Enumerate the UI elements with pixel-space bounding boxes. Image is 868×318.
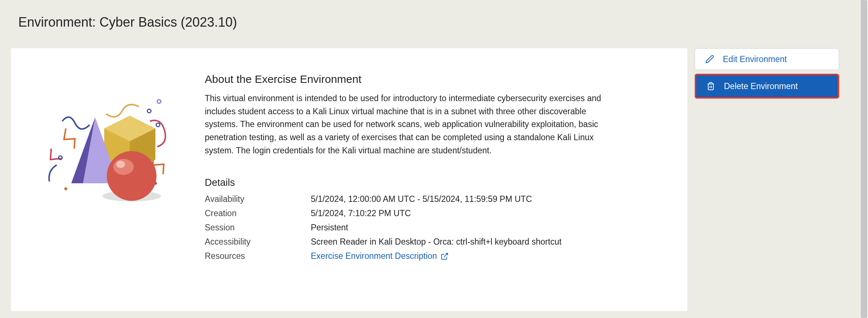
session-label: Session	[205, 223, 311, 233]
svg-point-4	[64, 187, 67, 190]
pencil-icon	[705, 55, 714, 64]
environment-thumbnail	[29, 66, 176, 293]
svg-line-17	[444, 253, 448, 257]
environment-info: About the Exercise Environment This virt…	[205, 66, 669, 293]
svg-point-2	[59, 156, 62, 160]
creation-value: 5/1/2024, 7:10:22 PM UTC	[311, 208, 669, 218]
accessibility-value: Screen Reader in Kali Desktop - Orca: ct…	[311, 237, 669, 247]
resource-link[interactable]: Exercise Environment Description	[311, 251, 449, 261]
environment-description: This virtual environment is intended to …	[205, 92, 618, 157]
resource-link-text: Exercise Environment Description	[311, 251, 437, 261]
resources-value: Exercise Environment Description	[311, 251, 669, 261]
details-heading: Details	[205, 177, 669, 188]
svg-point-1	[147, 109, 151, 113]
details-table: Availability 5/1/2024, 12:00:00 AM UTC -…	[205, 194, 669, 261]
svg-point-14	[107, 151, 156, 201]
delete-button-label: Delete Environment	[724, 81, 798, 91]
accessibility-label: Accessibility	[205, 237, 311, 247]
resources-label: Resources	[205, 251, 311, 261]
svg-point-16	[116, 161, 125, 168]
actions-sidebar: Edit Environment Delete Environment	[695, 48, 839, 99]
availability-value: 5/1/2024, 12:00:00 AM UTC - 5/15/2024, 1…	[311, 194, 669, 204]
external-link-icon	[441, 252, 449, 260]
content-row: About the Exercise Environment This virt…	[11, 48, 857, 311]
svg-point-0	[157, 100, 161, 103]
availability-label: Availability	[205, 194, 311, 204]
geometric-shapes-icon	[29, 88, 176, 209]
environment-card: About the Exercise Environment This virt…	[11, 48, 687, 311]
scrollbar[interactable]	[860, 0, 868, 318]
page-title: Environment: Cyber Basics (2023.10)	[18, 15, 857, 30]
trash-icon	[706, 82, 715, 91]
session-value: Persistent	[311, 223, 669, 233]
edit-environment-button[interactable]: Edit Environment	[695, 48, 839, 70]
creation-label: Creation	[205, 208, 311, 218]
edit-button-label: Edit Environment	[723, 54, 787, 64]
delete-environment-button[interactable]: Delete Environment	[695, 74, 839, 99]
svg-point-3	[156, 123, 160, 127]
scrollbar-thumb[interactable]	[861, 0, 867, 318]
about-heading: About the Exercise Environment	[205, 73, 669, 85]
